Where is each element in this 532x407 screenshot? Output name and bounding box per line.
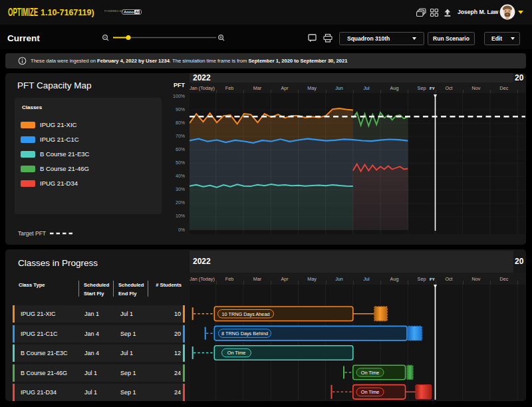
svg-text:10 TRNG Days Ahead: 10 TRNG Days Ahead xyxy=(221,311,269,317)
svg-text:8 TRNG Days Behind: 8 TRNG Days Behind xyxy=(221,331,268,337)
svg-text:On Time: On Time xyxy=(361,389,380,395)
svg-text:On Time: On Time xyxy=(227,350,246,356)
svg-text:On Time: On Time xyxy=(361,370,380,376)
